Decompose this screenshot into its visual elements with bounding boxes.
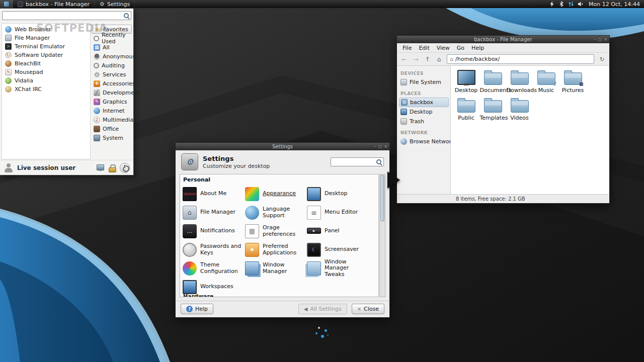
settings-item-preferred-applications[interactable]: ★Preferred Applications	[245, 243, 307, 257]
settings-titlebar[interactable]: Settings – □ ×	[176, 143, 389, 150]
clock[interactable]: Mon 12 Oct, 14:44	[584, 1, 644, 8]
network-updates-icon[interactable]	[568, 1, 574, 7]
maximize-button[interactable]: □	[598, 37, 602, 42]
minimize-button[interactable]: –	[374, 144, 376, 149]
settings-item-panel[interactable]: ▶Panel	[307, 228, 378, 234]
settings-item-appearance[interactable]: Appearance	[245, 187, 307, 201]
menu-category-auditing[interactable]: Auditing	[92, 61, 132, 70]
menu-go[interactable]: Go	[453, 45, 468, 51]
power-button[interactable]	[120, 163, 130, 173]
scrollbar-thumb[interactable]	[380, 175, 384, 221]
menu-search-input[interactable]	[4, 13, 123, 19]
settings-item-screensaver[interactable]: ☾Screensaver	[307, 243, 378, 257]
settings-item-notifications[interactable]: …Notifications	[183, 224, 245, 238]
settings-item-desktop[interactable]: Desktop	[307, 187, 378, 201]
menu-app-file-manager[interactable]: File Manager	[3, 34, 90, 42]
settings-search-field[interactable]	[331, 157, 384, 166]
close-button[interactable]: ×	[384, 144, 387, 149]
sidebar-item-browse-network[interactable]: Browse Network	[399, 137, 449, 146]
all-settings-button[interactable]: ◀All Settings	[298, 304, 347, 314]
menu-app-bleachbit[interactable]: BleachBit	[3, 59, 90, 68]
taskbar-item-file-manager[interactable]: backbox - File Manager	[13, 0, 95, 8]
file-templates[interactable]: Templates	[480, 97, 506, 124]
settings-item-orage-preferences[interactable]: ▦Orage preferences	[245, 224, 307, 238]
user-avatar[interactable]	[4, 163, 14, 173]
file-public[interactable]: Public	[453, 97, 479, 124]
menu-category-office[interactable]: Office	[92, 124, 132, 133]
file-pictures[interactable]: ▦Pictures	[560, 69, 586, 97]
fm-titlebar[interactable]: backbox - File Manager – □ ×	[397, 36, 609, 43]
fm-sidebar: DEVICES File System PLACES ⌂backbox Desk…	[397, 66, 451, 194]
file-documents[interactable]: Documents	[480, 69, 506, 97]
menu-view[interactable]: View	[433, 45, 453, 51]
menu-edit[interactable]: Edit	[415, 45, 433, 51]
menu-app-software-updater[interactable]: ↻Software Updater	[3, 51, 90, 59]
minimize-button[interactable]: –	[594, 37, 596, 42]
menu-category-services[interactable]: ⚙Services	[92, 70, 132, 79]
settings-item-file-manager[interactable]: ⌂File Manager	[183, 206, 245, 220]
help-button[interactable]: ?Help	[181, 304, 213, 314]
taskbar-item-settings[interactable]: ⚙ Settings	[95, 0, 135, 8]
settings-item-menu-editor[interactable]: ≡Menu Editor	[307, 206, 378, 220]
sidebar-item-desktop[interactable]: Desktop	[399, 107, 449, 117]
menu-file[interactable]: File	[399, 45, 415, 51]
settings-item-workspaces[interactable]: Workspaces	[183, 280, 245, 294]
menu-help[interactable]: Help	[468, 45, 488, 51]
xchat-icon	[5, 86, 12, 93]
close-button[interactable]: ×Close	[352, 304, 384, 314]
power-manager-icon[interactable]	[549, 1, 555, 7]
menu-app-mousepad[interactable]: ✎Mousepad	[3, 68, 90, 76]
settings-header-title: Settings	[203, 155, 270, 162]
menu-category-recently-used[interactable]: Recently Used	[92, 34, 132, 43]
trash-icon	[400, 118, 407, 125]
menu-category-system[interactable]: System	[92, 133, 132, 142]
menu-category-development[interactable]: ╱Development	[92, 88, 132, 97]
volume-icon[interactable]	[578, 1, 584, 7]
sidebar-item-trash[interactable]: Trash	[399, 117, 449, 126]
desktop-place-icon	[400, 109, 407, 115]
settings-item-window-manager-tweaks[interactable]: Window Manager Tweaks	[307, 259, 378, 278]
menu-search-field[interactable]	[2, 11, 131, 20]
settings-item-window-manager[interactable]: Window Manager	[245, 261, 307, 276]
recently-used-icon	[94, 36, 99, 41]
sidebar-item-file-system[interactable]: File System	[399, 77, 449, 87]
forward-button[interactable]: →	[411, 54, 421, 64]
reload-button[interactable]: ↻	[597, 54, 607, 64]
development-icon: ╱	[94, 89, 100, 96]
settings-item-about-me[interactable]: 1829102About Me	[183, 187, 245, 201]
sidebar-heading-network: NETWORK	[400, 130, 449, 135]
file-desktop[interactable]: Desktop	[453, 69, 479, 97]
home-button[interactable]: ⌂	[434, 54, 444, 64]
menu-category-anonymous[interactable]: ☻Anonymous	[92, 52, 132, 61]
menu-app-vidalia[interactable]: Vidalia	[3, 76, 90, 85]
settings-search-input[interactable]	[333, 159, 376, 165]
bluetooth-icon[interactable]	[558, 1, 565, 7]
file-downloads[interactable]: Downloads	[507, 69, 533, 97]
settings-scrollbar[interactable]	[379, 174, 385, 297]
top-panel: backbox - File Manager ⚙ Settings Mon 12…	[0, 0, 644, 8]
settings-item-theme-configuration[interactable]: Theme Configuration	[183, 261, 245, 276]
menu-app-list: Web Browser File Manager >Terminal Emula…	[2, 23, 91, 159]
back-button[interactable]: ←	[399, 54, 410, 64]
applications-menu-button[interactable]	[0, 0, 13, 8]
settings-content: Personal 1829102About Me Appearance Desk…	[180, 174, 379, 297]
settings-item-passwords-and-keys[interactable]: Passwords and Keys	[183, 243, 245, 257]
up-button[interactable]: ↑	[422, 54, 433, 64]
file-music[interactable]: ♪Music	[533, 69, 559, 97]
close-button[interactable]: ×	[604, 37, 607, 42]
menu-category-graphics[interactable]: ✎Graphics	[92, 97, 132, 106]
settings-item-language-support[interactable]: Language Support	[245, 206, 307, 220]
sidebar-item-backbox[interactable]: ⌂backbox	[399, 98, 449, 107]
path-bar[interactable]: ⌂ /home/backbox/	[447, 54, 594, 64]
menu-category-multimedia[interactable]: ♪Multimedia	[92, 115, 132, 124]
desktop-icon	[457, 70, 475, 85]
menu-app-terminal[interactable]: >Terminal Emulator	[3, 42, 90, 51]
menu-category-internet[interactable]: Internet	[92, 106, 132, 115]
menu-app-xchat[interactable]: XChat IRC	[3, 85, 90, 94]
file-videos[interactable]: Videos	[507, 97, 533, 124]
maximize-button[interactable]: □	[378, 144, 382, 149]
settings-shortcut-icon[interactable]	[97, 164, 104, 171]
lock-screen-icon[interactable]	[109, 164, 115, 171]
menu-category-accessories[interactable]: +Accessories	[92, 79, 132, 88]
sidebar-heading-devices: DEVICES	[400, 71, 449, 76]
